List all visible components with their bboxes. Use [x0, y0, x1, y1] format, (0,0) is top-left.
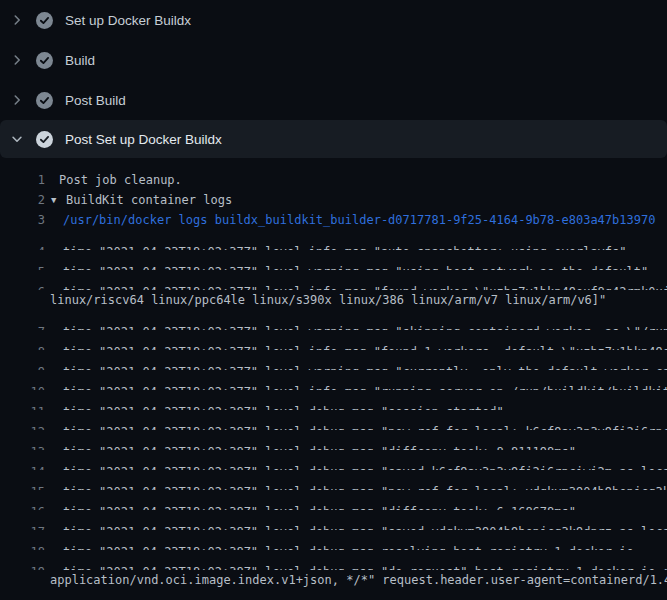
log-line-text: time="2021-04-23T18:02:38Z" level=debug …: [63, 402, 504, 410]
log-line: 13time="2021-04-23T18:02:38Z" level=debu…: [0, 430, 667, 450]
step-label: Post Build: [65, 93, 126, 108]
log-line: 20time="2021-04-23T18:02:38Z" level=debu…: [0, 590, 667, 600]
success-check-icon: [36, 12, 53, 29]
chevron-down-icon: [9, 131, 25, 147]
log-line: 12time="2021-04-23T18:02:38Z" level=debu…: [0, 410, 667, 430]
log-line-text: time="2021-04-23T18:02:37Z" level=info m…: [63, 242, 627, 250]
log-line: 16time="2021-04-23T18:02:38Z" level=debu…: [0, 490, 667, 510]
log-line: 5time="2021-04-23T18:02:37Z" level=warni…: [0, 250, 667, 270]
log-line-number[interactable]: 13: [0, 442, 45, 450]
log-line-text: time="2021-04-23T18:02:38Z" level=debug …: [63, 462, 667, 470]
log-line-text: BuildKit container logs: [66, 190, 232, 210]
log-command-text: /usr/bin/docker logs buildx_buildkit_bui…: [63, 210, 655, 230]
chevron-right-icon: [9, 52, 25, 68]
log-line-text: time="2021-04-23T18:02:37Z" level=info m…: [63, 382, 667, 390]
log-line-text: time="2021-04-23T18:02:37Z" level=warnin…: [63, 322, 667, 330]
log-line: 7time="2021-04-23T18:02:37Z" level=warni…: [0, 310, 667, 330]
log-line-text: time="2021-04-23T18:02:37Z" level=info m…: [63, 282, 667, 290]
log-line-number[interactable]: 19: [0, 562, 45, 570]
log-line: 6time="2021-04-23T18:02:37Z" level=info …: [0, 270, 667, 290]
log-line-text: time="2021-04-23T18:02:38Z" level=debug …: [63, 562, 667, 570]
log-line: 1Post job cleanup.: [0, 170, 667, 190]
log-line-number[interactable]: 7: [0, 322, 45, 330]
log-line-text: linux/riscv64 linux/ppc64le linux/s390x …: [50, 290, 606, 310]
log-line: 14time="2021-04-23T18:02:38Z" level=debu…: [0, 450, 667, 470]
log-line-text: time="2021-04-23T18:02:37Z" level=warnin…: [63, 262, 648, 270]
success-check-icon: [36, 131, 53, 148]
log-line-number[interactable]: 6: [0, 282, 45, 290]
group-collapse-triangle-icon[interactable]: ▼: [51, 190, 64, 210]
log-line: 17time="2021-04-23T18:02:38Z" level=debu…: [0, 510, 667, 530]
log-line-continuation: linux/riscv64 linux/ppc64le linux/s390x …: [0, 290, 667, 310]
log-line-text: time="2021-04-23T18:02:37Z" level=info m…: [63, 342, 667, 350]
log-line-number[interactable]: 8: [0, 342, 45, 350]
success-check-icon: [36, 92, 53, 109]
log-line: 10time="2021-04-23T18:02:37Z" level=info…: [0, 370, 667, 390]
step-label: Post Set up Docker Buildx: [65, 132, 222, 147]
log-line: 18time="2021-04-23T18:02:38Z" level=debu…: [0, 530, 667, 550]
log-line: 19time="2021-04-23T18:02:38Z" level=debu…: [0, 550, 667, 570]
log-line-number[interactable]: 14: [0, 462, 45, 470]
log-line-number[interactable]: 11: [0, 402, 45, 410]
chevron-right-icon: [9, 92, 25, 108]
log-line-number[interactable]: 12: [0, 422, 45, 430]
log-line-number[interactable]: 16: [0, 502, 45, 510]
log-line: 15time="2021-04-23T18:02:38Z" level=debu…: [0, 470, 667, 490]
log-line-number[interactable]: 5: [0, 262, 45, 270]
log-line-text: time="2021-04-23T18:02:38Z" level=debug …: [63, 502, 576, 510]
step-list: Set up Docker Buildx Build Post Build Po…: [0, 0, 667, 158]
step-label: Set up Docker Buildx: [65, 13, 191, 28]
log-line-text: time="2021-04-23T18:02:38Z" level=debug …: [63, 422, 667, 430]
log-line-number[interactable]: 4: [0, 242, 45, 250]
step-header-post-build[interactable]: Post Build: [0, 80, 667, 120]
log-line: 8time="2021-04-23T18:02:37Z" level=info …: [0, 330, 667, 350]
step-header-build[interactable]: Build: [0, 40, 667, 80]
log-line-number[interactable]: 10: [0, 382, 45, 390]
log-line-text: time="2021-04-23T18:02:38Z" level=debug …: [63, 442, 576, 450]
log-line-number[interactable]: 18: [0, 542, 45, 550]
log-line-text: time="2021-04-23T18:02:38Z" level=debug …: [63, 542, 634, 550]
log-line: 9time="2021-04-23T18:02:37Z" level=warni…: [0, 350, 667, 370]
log-line-number[interactable]: 17: [0, 522, 45, 530]
log-line-text: time="2021-04-23T18:02:38Z" level=debug …: [63, 482, 667, 490]
log-line-text: application/vnd.oci.image.index.v1+json,…: [50, 570, 667, 590]
log-line: 4time="2021-04-23T18:02:37Z" level=info …: [0, 230, 667, 250]
log-line-text: time="2021-04-23T18:02:37Z" level=warnin…: [63, 362, 667, 370]
log-line: 11time="2021-04-23T18:02:38Z" level=debu…: [0, 390, 667, 410]
log-line-number[interactable]: 15: [0, 482, 45, 490]
log-line-text: Post job cleanup.: [59, 170, 182, 190]
log-line: 2▼BuildKit container logs: [0, 190, 667, 210]
step-label: Build: [65, 53, 95, 68]
log-viewer: 1Post job cleanup.2▼BuildKit container l…: [0, 158, 667, 600]
log-line-number[interactable]: 3: [0, 210, 45, 230]
success-check-icon: [36, 52, 53, 69]
log-line-continuation: application/vnd.oci.image.index.v1+json,…: [0, 570, 667, 590]
log-line-text: time="2021-04-23T18:02:38Z" level=debug …: [63, 522, 667, 530]
log-line-number[interactable]: 9: [0, 362, 45, 370]
chevron-right-icon: [9, 12, 25, 28]
log-line: 3/usr/bin/docker logs buildx_buildkit_bu…: [0, 210, 667, 230]
log-line-number[interactable]: 2: [0, 190, 45, 210]
log-line-number[interactable]: 1: [0, 170, 45, 190]
step-header-post-setup-docker-buildx[interactable]: Post Set up Docker Buildx: [0, 120, 667, 158]
step-header-setup-docker-buildx[interactable]: Set up Docker Buildx: [0, 0, 667, 40]
